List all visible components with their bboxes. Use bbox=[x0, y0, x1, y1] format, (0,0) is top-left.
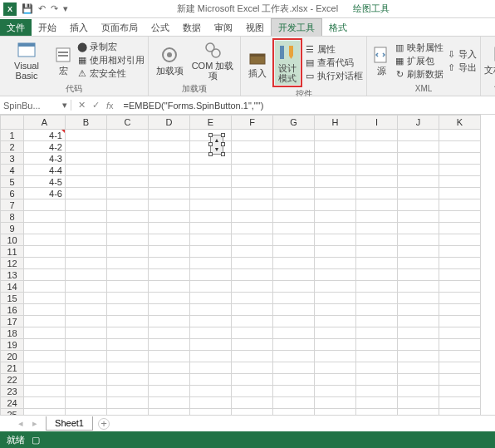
tab-page-layout[interactable]: 页面布局 bbox=[95, 19, 145, 36]
cell[interactable] bbox=[439, 339, 481, 351]
cell[interactable] bbox=[66, 397, 107, 409]
cell[interactable] bbox=[190, 374, 232, 386]
cell[interactable]: 4-1 bbox=[24, 130, 66, 141]
resize-handle[interactable] bbox=[208, 133, 213, 137]
cell[interactable] bbox=[315, 199, 356, 211]
cell[interactable]: 4-2 bbox=[24, 141, 66, 153]
cell[interactable] bbox=[66, 269, 107, 281]
qat-dropdown-icon[interactable]: ▾ bbox=[63, 3, 68, 14]
row-header[interactable]: 9 bbox=[1, 223, 24, 234]
resize-handle[interactable] bbox=[221, 152, 225, 156]
cell[interactable] bbox=[107, 199, 149, 211]
cell[interactable] bbox=[315, 304, 356, 316]
cell[interactable] bbox=[439, 386, 481, 397]
cell[interactable] bbox=[439, 304, 481, 316]
cell[interactable] bbox=[315, 130, 356, 141]
cell[interactable] bbox=[273, 223, 315, 234]
cell[interactable] bbox=[315, 223, 356, 234]
cell[interactable] bbox=[149, 327, 190, 339]
cell[interactable] bbox=[398, 258, 439, 269]
cell[interactable] bbox=[232, 397, 273, 409]
cell[interactable] bbox=[190, 293, 232, 304]
cell[interactable] bbox=[66, 304, 107, 316]
cell[interactable] bbox=[356, 397, 398, 409]
cell[interactable] bbox=[315, 339, 356, 351]
cell[interactable] bbox=[66, 374, 107, 386]
resize-handle[interactable] bbox=[221, 133, 225, 137]
cell[interactable] bbox=[24, 374, 66, 386]
cell[interactable] bbox=[439, 223, 481, 234]
cell[interactable] bbox=[398, 316, 439, 327]
cell[interactable] bbox=[107, 397, 149, 409]
cell[interactable] bbox=[66, 234, 107, 246]
refresh-data-button[interactable]: ↻刷新数据 bbox=[394, 68, 444, 81]
col-header[interactable]: G bbox=[273, 116, 315, 130]
cell[interactable] bbox=[273, 293, 315, 304]
spin-button-control[interactable]: ▲ ▼ bbox=[210, 135, 223, 155]
cell[interactable] bbox=[398, 397, 439, 409]
cell[interactable] bbox=[273, 351, 315, 362]
source-button[interactable]: 源 bbox=[370, 43, 392, 77]
cell[interactable] bbox=[356, 362, 398, 374]
row-header[interactable]: 17 bbox=[1, 316, 24, 327]
cell[interactable] bbox=[149, 339, 190, 351]
cell[interactable] bbox=[24, 246, 66, 258]
cell[interactable] bbox=[107, 281, 149, 293]
cell[interactable] bbox=[107, 316, 149, 327]
cell[interactable] bbox=[356, 409, 398, 416]
cell[interactable] bbox=[107, 211, 149, 223]
cell[interactable] bbox=[24, 293, 66, 304]
cell[interactable] bbox=[149, 234, 190, 246]
col-header[interactable]: B bbox=[66, 116, 107, 130]
row-header[interactable]: 12 bbox=[1, 258, 24, 269]
cell[interactable] bbox=[66, 199, 107, 211]
cell[interactable]: 4-5 bbox=[24, 176, 66, 188]
cell[interactable] bbox=[66, 339, 107, 351]
cell[interactable] bbox=[107, 176, 149, 188]
cell[interactable] bbox=[439, 246, 481, 258]
resize-handle[interactable] bbox=[208, 152, 213, 156]
cell[interactable] bbox=[190, 246, 232, 258]
cell[interactable] bbox=[66, 153, 107, 165]
cell[interactable] bbox=[190, 269, 232, 281]
cell[interactable] bbox=[149, 293, 190, 304]
row-header[interactable]: 25 bbox=[1, 409, 24, 416]
cell[interactable] bbox=[24, 223, 66, 234]
tab-developer[interactable]: 开发工具 bbox=[271, 18, 322, 36]
cell[interactable] bbox=[232, 386, 273, 397]
cell[interactable] bbox=[356, 374, 398, 386]
cell[interactable] bbox=[398, 362, 439, 374]
cell[interactable] bbox=[315, 316, 356, 327]
col-header[interactable]: E bbox=[190, 116, 232, 130]
export-button[interactable]: ⇧导出 bbox=[445, 62, 477, 74]
row-header[interactable]: 6 bbox=[1, 188, 24, 199]
macro-security-button[interactable]: ⚠宏安全性 bbox=[76, 67, 145, 80]
cell[interactable] bbox=[190, 176, 232, 188]
cell[interactable] bbox=[24, 304, 66, 316]
cell[interactable] bbox=[273, 386, 315, 397]
cell[interactable] bbox=[439, 269, 481, 281]
cell[interactable] bbox=[107, 374, 149, 386]
use-relative-references-button[interactable]: ▦使用相对引用 bbox=[76, 54, 145, 66]
cell[interactable] bbox=[66, 165, 107, 176]
undo-icon[interactable]: ↶ bbox=[38, 3, 46, 14]
cell[interactable] bbox=[273, 374, 315, 386]
cell[interactable] bbox=[107, 258, 149, 269]
cell[interactable] bbox=[24, 199, 66, 211]
cell[interactable] bbox=[398, 188, 439, 199]
cell[interactable] bbox=[190, 339, 232, 351]
row-header[interactable]: 8 bbox=[1, 211, 24, 223]
sheet-tab[interactable]: Sheet1 bbox=[46, 416, 93, 431]
tab-review[interactable]: 审阅 bbox=[208, 19, 239, 36]
row-header[interactable]: 11 bbox=[1, 246, 24, 258]
tab-insert[interactable]: 插入 bbox=[63, 19, 95, 36]
cell[interactable] bbox=[356, 188, 398, 199]
cell[interactable] bbox=[66, 141, 107, 153]
import-button[interactable]: ⇩导入 bbox=[445, 48, 477, 61]
properties-button[interactable]: ☰属性 bbox=[304, 43, 363, 56]
cell[interactable] bbox=[190, 234, 232, 246]
cell[interactable] bbox=[398, 223, 439, 234]
cell[interactable] bbox=[24, 397, 66, 409]
cell[interactable] bbox=[107, 304, 149, 316]
cell[interactable] bbox=[107, 339, 149, 351]
